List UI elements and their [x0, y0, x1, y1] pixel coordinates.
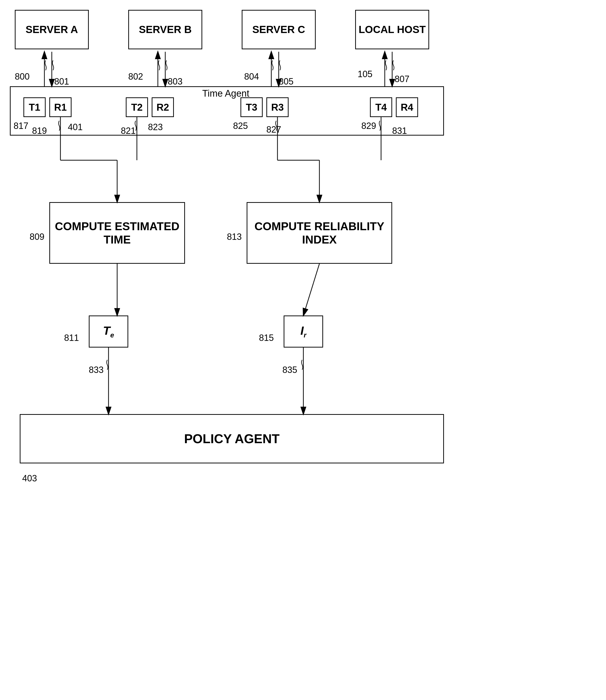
ref-802: 802 [128, 71, 143, 82]
local-host-label: LOCAL HOST [358, 24, 426, 35]
ref-827: 827 [266, 124, 281, 135]
ref-831: 831 [392, 126, 407, 136]
ref-403: 403 [22, 473, 37, 484]
server-b-label: SERVER B [139, 24, 192, 35]
t3-box: T3 [240, 97, 263, 117]
ref-821: 821 [121, 126, 136, 136]
diagram: SERVER A SERVER B SERVER C LOCAL HOST Ti… [0, 0, 606, 700]
ref-800: 800 [15, 71, 30, 82]
ref-811: 811 [64, 333, 79, 343]
compute-reliability-box: COMPUTE RELIABILITY INDEX [247, 202, 392, 264]
local-host-box: LOCAL HOST [355, 10, 429, 49]
ref-807: 807 [395, 74, 410, 84]
ir-box: Ir [284, 315, 323, 347]
server-a-box: SERVER A [15, 10, 89, 49]
t2-box: T2 [126, 97, 148, 117]
server-b-box: SERVER B [128, 10, 202, 49]
r3-box: R3 [266, 97, 288, 117]
policy-agent-box: POLICY AGENT [20, 414, 444, 463]
r1-box: R1 [49, 97, 72, 117]
ref-813: 813 [227, 232, 242, 242]
ref-105: 105 [358, 69, 372, 79]
te-box: Te [89, 315, 128, 347]
ir-label: Ir [300, 324, 306, 339]
ref-825: 825 [233, 121, 248, 131]
ref-809: 809 [30, 232, 44, 242]
compute-estimated-label: COMPUTE ESTIMATED TIME [50, 220, 184, 246]
compute-reliability-label: COMPUTE RELIABILITY INDEX [248, 220, 391, 246]
server-c-label: SERVER C [252, 24, 305, 35]
ref-829: 829 [361, 121, 376, 131]
ref-804: 804 [244, 71, 259, 82]
ref-817: 817 [14, 121, 28, 131]
ref-801: 801 [54, 76, 69, 87]
ir-subscript: r [304, 331, 306, 339]
t1-box: T1 [23, 97, 46, 117]
ref-803: 803 [168, 76, 183, 87]
ref-805: 805 [279, 76, 294, 87]
ref-823: 823 [148, 122, 163, 132]
ref-815: 815 [259, 333, 274, 343]
compute-estimated-box: COMPUTE ESTIMATED TIME [49, 202, 185, 264]
ref-819: 819 [32, 126, 47, 136]
r2-box: R2 [152, 97, 174, 117]
svg-line-19 [303, 264, 320, 315]
ref-401: 401 [68, 122, 83, 132]
r4-box: R4 [396, 97, 418, 117]
ref-835: 835 [282, 365, 297, 375]
te-label: Te [103, 324, 114, 339]
t4-box: T4 [370, 97, 392, 117]
policy-agent-label: POLICY AGENT [184, 431, 279, 446]
ref-833: 833 [89, 365, 103, 375]
server-c-box: SERVER C [242, 10, 316, 49]
server-a-label: SERVER A [26, 24, 78, 35]
te-subscript: e [110, 331, 114, 339]
